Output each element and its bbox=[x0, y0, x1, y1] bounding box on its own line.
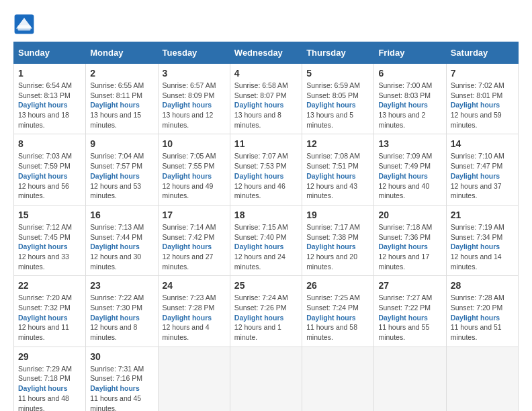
day-info: Sunrise: 7:05 AMSunset: 7:55 PMDaylight … bbox=[163, 151, 226, 200]
sunset-text: Sunset: 8:05 PM bbox=[306, 91, 359, 99]
daylight-label: Daylight hours bbox=[451, 172, 500, 180]
daylight-label: Daylight hours bbox=[18, 101, 68, 109]
daylight-label: Daylight hours bbox=[378, 172, 428, 180]
daylight-label: Daylight hours bbox=[378, 101, 428, 109]
day-cell-11: 11Sunrise: 7:07 AMSunset: 7:53 PMDayligh… bbox=[230, 134, 302, 205]
day-number: 28 bbox=[451, 280, 514, 291]
calendar-week-3: 15Sunrise: 7:12 AMSunset: 7:45 PMDayligh… bbox=[14, 205, 519, 275]
day-cell-24: 24Sunrise: 7:23 AMSunset: 7:28 PMDayligh… bbox=[158, 276, 230, 347]
daylight-label: Daylight hours bbox=[18, 384, 68, 392]
sunrise-text: Sunrise: 7:07 AM bbox=[234, 152, 288, 160]
daylight-label: Daylight hours bbox=[451, 101, 500, 109]
sunset-text: Sunset: 7:53 PM bbox=[234, 162, 287, 170]
day-number: 7 bbox=[451, 68, 514, 79]
sunset-text: Sunset: 7:42 PM bbox=[163, 233, 215, 241]
day-info: Sunrise: 7:14 AMSunset: 7:42 PMDaylight … bbox=[163, 222, 226, 271]
day-info: Sunrise: 6:58 AMSunset: 8:07 PMDaylight … bbox=[234, 81, 298, 130]
daylight-label: Daylight hours bbox=[18, 314, 68, 322]
day-number: 6 bbox=[378, 68, 441, 79]
day-cell-9: 9Sunrise: 7:04 AMSunset: 7:57 PMDaylight… bbox=[86, 134, 158, 205]
day-number: 30 bbox=[90, 351, 153, 362]
day-info: Sunrise: 7:31 AMSunset: 7:16 PMDaylight … bbox=[90, 364, 153, 411]
sunrise-text: Sunrise: 6:54 AM bbox=[18, 81, 72, 89]
empty-cell bbox=[230, 347, 302, 411]
page-header bbox=[13, 13, 519, 35]
day-info: Sunrise: 7:13 AMSunset: 7:44 PMDaylight … bbox=[90, 222, 153, 271]
day-cell-10: 10Sunrise: 7:05 AMSunset: 7:55 PMDayligh… bbox=[158, 134, 230, 205]
sunrise-text: Sunrise: 7:28 AM bbox=[451, 293, 504, 302]
day-info: Sunrise: 7:12 AMSunset: 7:45 PMDaylight … bbox=[18, 222, 81, 271]
empty-cell bbox=[446, 347, 518, 411]
sunset-text: Sunset: 7:26 PM bbox=[234, 304, 287, 312]
daylight-value: 12 hours and 37 minutes. bbox=[451, 182, 502, 200]
day-number: 13 bbox=[378, 138, 441, 149]
day-cell-20: 20Sunrise: 7:18 AMSunset: 7:36 PMDayligh… bbox=[374, 205, 446, 275]
daylight-label: Daylight hours bbox=[90, 242, 140, 250]
day-info: Sunrise: 7:09 AMSunset: 7:49 PMDaylight … bbox=[378, 151, 441, 200]
day-info: Sunrise: 6:57 AMSunset: 8:09 PMDaylight … bbox=[163, 81, 226, 130]
day-number: 2 bbox=[90, 68, 153, 79]
daylight-label: Daylight hours bbox=[306, 314, 356, 322]
daylight-label: Daylight hours bbox=[90, 384, 140, 392]
sunrise-text: Sunrise: 7:04 AM bbox=[90, 152, 144, 160]
day-cell-27: 27Sunrise: 7:27 AMSunset: 7:22 PMDayligh… bbox=[374, 276, 446, 347]
weekday-header-wednesday: Wednesday bbox=[230, 42, 302, 64]
day-cell-2: 2Sunrise: 6:55 AMSunset: 8:11 PMDaylight… bbox=[86, 64, 158, 134]
day-number: 3 bbox=[163, 68, 226, 79]
day-cell-14: 14Sunrise: 7:10 AMSunset: 7:47 PMDayligh… bbox=[446, 134, 518, 205]
day-info: Sunrise: 7:27 AMSunset: 7:22 PMDaylight … bbox=[378, 293, 441, 342]
day-info: Sunrise: 6:54 AMSunset: 8:13 PMDaylight … bbox=[18, 81, 81, 130]
sunset-text: Sunset: 7:30 PM bbox=[90, 304, 142, 312]
day-number: 18 bbox=[234, 210, 298, 220]
weekday-header-monday: Monday bbox=[86, 42, 158, 64]
sunset-text: Sunset: 7:22 PM bbox=[378, 304, 431, 312]
sunrise-text: Sunrise: 7:13 AM bbox=[90, 223, 144, 231]
sunrise-text: Sunrise: 7:09 AM bbox=[378, 152, 432, 160]
daylight-label: Daylight hours bbox=[234, 172, 284, 180]
day-cell-6: 6Sunrise: 7:00 AMSunset: 8:03 PMDaylight… bbox=[374, 64, 446, 134]
logo-icon bbox=[13, 13, 35, 35]
daylight-value: 12 hours and 49 minutes. bbox=[163, 182, 214, 200]
day-info: Sunrise: 7:24 AMSunset: 7:26 PMDaylight … bbox=[234, 293, 298, 342]
sunrise-text: Sunrise: 7:05 AM bbox=[163, 152, 216, 160]
daylight-value: 12 hours and 56 minutes. bbox=[18, 182, 69, 200]
daylight-value: 13 hours and 5 minutes. bbox=[306, 111, 353, 129]
daylight-label: Daylight hours bbox=[18, 242, 68, 250]
daylight-label: Daylight hours bbox=[90, 314, 140, 322]
sunset-text: Sunset: 7:51 PM bbox=[306, 162, 359, 170]
daylight-value: 12 hours and 14 minutes. bbox=[451, 253, 502, 271]
sunrise-text: Sunrise: 7:18 AM bbox=[378, 223, 432, 231]
svg-rect-2 bbox=[17, 26, 30, 31]
day-cell-25: 25Sunrise: 7:24 AMSunset: 7:26 PMDayligh… bbox=[230, 276, 302, 347]
sunrise-text: Sunrise: 7:10 AM bbox=[451, 152, 504, 160]
day-info: Sunrise: 6:59 AMSunset: 8:05 PMDaylight … bbox=[306, 81, 369, 130]
daylight-label: Daylight hours bbox=[234, 314, 284, 322]
day-info: Sunrise: 7:03 AMSunset: 7:59 PMDaylight … bbox=[18, 151, 81, 200]
day-cell-12: 12Sunrise: 7:08 AMSunset: 7:51 PMDayligh… bbox=[302, 134, 374, 205]
sunset-text: Sunset: 7:36 PM bbox=[378, 233, 431, 241]
sunrise-text: Sunrise: 7:14 AM bbox=[163, 223, 216, 231]
sunrise-text: Sunrise: 7:15 AM bbox=[234, 223, 288, 231]
day-number: 22 bbox=[18, 280, 81, 291]
day-cell-26: 26Sunrise: 7:25 AMSunset: 7:24 PMDayligh… bbox=[302, 276, 374, 347]
day-number: 29 bbox=[18, 351, 81, 362]
daylight-value: 12 hours and 24 minutes. bbox=[234, 253, 285, 271]
day-cell-21: 21Sunrise: 7:19 AMSunset: 7:34 PMDayligh… bbox=[446, 205, 518, 275]
daylight-value: 12 hours and 30 minutes. bbox=[90, 253, 141, 271]
daylight-value: 12 hours and 11 minutes. bbox=[18, 323, 69, 341]
day-number: 9 bbox=[90, 138, 153, 149]
weekday-header-saturday: Saturday bbox=[446, 42, 518, 64]
logo bbox=[13, 13, 38, 35]
calendar-table: SundayMondayTuesdayWednesdayThursdayFrid… bbox=[13, 42, 519, 411]
day-info: Sunrise: 7:08 AMSunset: 7:51 PMDaylight … bbox=[306, 151, 369, 200]
daylight-label: Daylight hours bbox=[90, 101, 140, 109]
sunset-text: Sunset: 8:09 PM bbox=[163, 91, 215, 99]
daylight-label: Daylight hours bbox=[306, 101, 356, 109]
day-info: Sunrise: 7:10 AMSunset: 7:47 PMDaylight … bbox=[451, 151, 514, 200]
day-cell-1: 1Sunrise: 6:54 AMSunset: 8:13 PMDaylight… bbox=[14, 64, 86, 134]
sunset-text: Sunset: 7:16 PM bbox=[90, 374, 142, 382]
day-number: 21 bbox=[451, 210, 514, 220]
daylight-value: 11 hours and 51 minutes. bbox=[451, 323, 502, 341]
sunrise-text: Sunrise: 7:24 AM bbox=[234, 293, 288, 302]
sunrise-text: Sunrise: 6:58 AM bbox=[234, 81, 288, 89]
